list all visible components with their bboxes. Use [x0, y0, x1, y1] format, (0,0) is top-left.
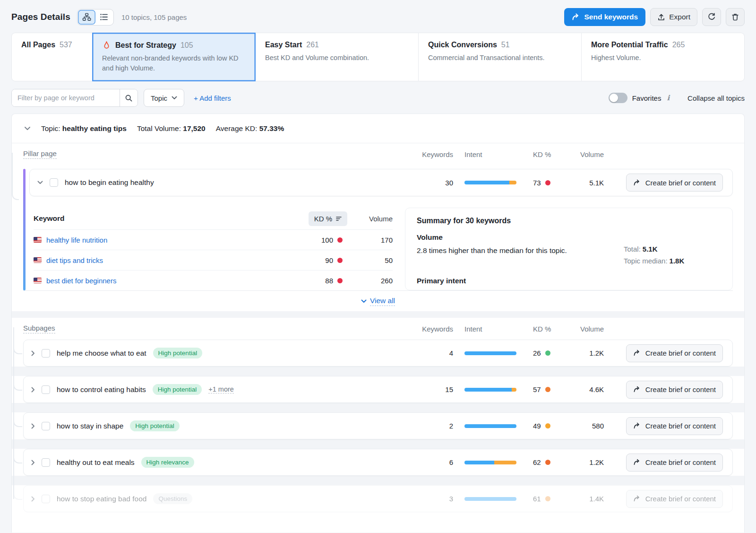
collapse-all-topics-link[interactable]: Collapse all topics	[687, 94, 745, 102]
tab-quick-conversions[interactable]: Quick Conversions51 Commercial and Trans…	[418, 33, 582, 81]
chevron-down-icon	[172, 96, 177, 100]
volume-column-header: Volume	[347, 215, 393, 223]
tree-view-icon	[82, 13, 91, 21]
kd-dot	[337, 237, 343, 243]
kd-sort-header[interactable]: KD %	[309, 211, 347, 226]
chevron-right-icon[interactable]	[31, 423, 35, 429]
keywords-summary-panel: Summary for 30 keywords Volume 2.8 times…	[405, 208, 733, 290]
tab-all-pages[interactable]: All Pages537	[11, 33, 93, 81]
subpage-row[interactable]: how to control eating habits High potent…	[23, 376, 733, 403]
row-gap	[12, 403, 744, 412]
kd-dot	[545, 496, 550, 501]
questions-badge: Questions	[153, 493, 192, 504]
info-icon[interactable]: i	[666, 94, 670, 102]
pillar-volume: 5.1K	[575, 179, 604, 187]
view-toggle-group	[77, 9, 114, 26]
us-flag-icon	[34, 257, 42, 263]
send-arrow-icon	[572, 13, 580, 21]
column-kd: KD %	[531, 325, 575, 333]
export-button[interactable]: Export	[650, 8, 697, 26]
subpage-checkbox[interactable]	[42, 422, 50, 430]
pillar-accent-bar	[23, 169, 26, 290]
tab-easy-start[interactable]: Easy Start261 Best KD and Volume combina…	[255, 33, 419, 81]
subpage-title: healthy out to eat meals	[57, 458, 135, 467]
column-volume: Volume	[575, 325, 604, 333]
summary-volume-heading: Volume	[417, 233, 721, 242]
column-keywords: Keywords	[404, 325, 453, 333]
pillar-page-label: Pillar page	[23, 149, 57, 159]
create-brief-button[interactable]: Create brief or content	[626, 344, 723, 362]
kd-dot	[545, 423, 550, 428]
kd-dot	[337, 278, 343, 283]
pillar-expanded-panel: Keyword KD % Volume healthy life nutriti…	[29, 196, 733, 290]
kd-dot	[545, 460, 550, 465]
create-brief-button[interactable]: Create brief or content	[626, 417, 723, 435]
chevron-right-icon[interactable]	[31, 496, 35, 502]
subpages-section: Subpages Keywords Intent KD % Volume hel…	[12, 318, 744, 512]
subpage-row[interactable]: how to stay in shape High potential 2 49…	[23, 412, 733, 439]
flame-icon	[102, 41, 111, 50]
filter-bar: Topic + Add filters Favorites i Collapse…	[11, 89, 745, 107]
row-gap	[12, 367, 744, 376]
delete-button[interactable]	[726, 8, 745, 26]
search-input[interactable]	[12, 89, 120, 106]
create-brief-button[interactable]: Create brief or content	[626, 490, 723, 508]
topic-dropdown[interactable]: Topic	[144, 89, 184, 107]
subpage-row[interactable]: healthy out to eat meals High relevance …	[23, 449, 733, 476]
column-headers: Keywords Intent KD % Volume	[404, 325, 723, 333]
chevron-down-icon[interactable]	[37, 181, 43, 184]
trash-icon	[731, 13, 739, 21]
column-headers: Keywords Intent KD % Volume	[404, 150, 723, 158]
keyword-link[interactable]: best diet for beginners	[34, 277, 286, 285]
create-brief-button[interactable]: Create brief or content	[626, 381, 723, 399]
export-icon	[657, 13, 665, 21]
us-flag-icon	[34, 278, 42, 283]
keyword-row: diet tips and tricks 90 50	[34, 250, 393, 270]
chevron-right-icon[interactable]	[31, 387, 35, 393]
summary-median-value: 1.8K	[670, 257, 685, 265]
potential-badge: High potential	[153, 384, 202, 395]
create-brief-button[interactable]: Create brief or content	[626, 454, 723, 472]
column-volume: Volume	[575, 150, 604, 158]
send-keywords-button[interactable]: Send keywords	[564, 8, 645, 26]
topic-header: Topic: healthy eating tips Total Volume:…	[12, 114, 744, 143]
keyword-link[interactable]: healthy life nutrition	[34, 236, 286, 244]
row-gap	[12, 476, 744, 485]
subpage-row[interactable]: help me choose what to eat High potentia…	[23, 340, 733, 367]
chevron-right-icon[interactable]	[31, 350, 35, 356]
subpage-checkbox[interactable]	[42, 385, 50, 394]
subpage-rows: help me choose what to eat High potentia…	[23, 340, 733, 512]
favorites-toggle[interactable]	[609, 93, 627, 103]
topic-card: Topic: healthy eating tips Total Volume:…	[11, 114, 745, 533]
list-view-button[interactable]	[95, 10, 113, 25]
view-all-link[interactable]: View all	[370, 297, 395, 306]
column-intent: Intent	[453, 325, 531, 333]
intent-bar	[464, 461, 516, 464]
topic-collapse-chevron[interactable]	[24, 126, 31, 131]
add-filters-link[interactable]: + Add filters	[194, 94, 231, 102]
tree-view-button[interactable]	[78, 10, 95, 25]
favorites-label: Favorites	[632, 94, 662, 102]
more-badges-link[interactable]: +1 more	[208, 385, 234, 393]
pillar-row[interactable]: how to begin eating healthy 30 73 5.1K C…	[29, 169, 733, 196]
chevron-right-icon[interactable]	[31, 460, 35, 465]
subpage-row[interactable]: how to stop eating bad food Questions 3 …	[23, 485, 733, 512]
subpage-checkbox[interactable]	[42, 495, 50, 503]
summary-title: Summary for 30 keywords	[417, 217, 721, 225]
keyword-column-header: Keyword	[34, 214, 286, 223]
column-kd: KD %	[531, 150, 575, 158]
create-brief-button[interactable]: Create brief or content	[626, 174, 723, 192]
pillar-checkbox[interactable]	[50, 178, 58, 187]
kd-dot	[545, 387, 550, 392]
tab-more-potential-traffic[interactable]: More Potential Traffic265 Highest Volume…	[581, 33, 745, 81]
keyword-link[interactable]: diet tips and tricks	[34, 256, 286, 264]
topics-pages-count: 10 topics, 105 pages	[121, 13, 187, 21]
kd-dot	[545, 350, 550, 356]
subpage-checkbox[interactable]	[42, 349, 50, 358]
search-button[interactable]	[120, 89, 137, 106]
list-view-icon	[100, 13, 108, 21]
tab-best-for-strategy[interactable]: Best for Strategy105 Relevant non-brande…	[92, 33, 256, 81]
subpage-checkbox[interactable]	[42, 458, 50, 467]
view-all-row: View all	[23, 290, 733, 311]
refresh-button[interactable]	[702, 8, 721, 26]
